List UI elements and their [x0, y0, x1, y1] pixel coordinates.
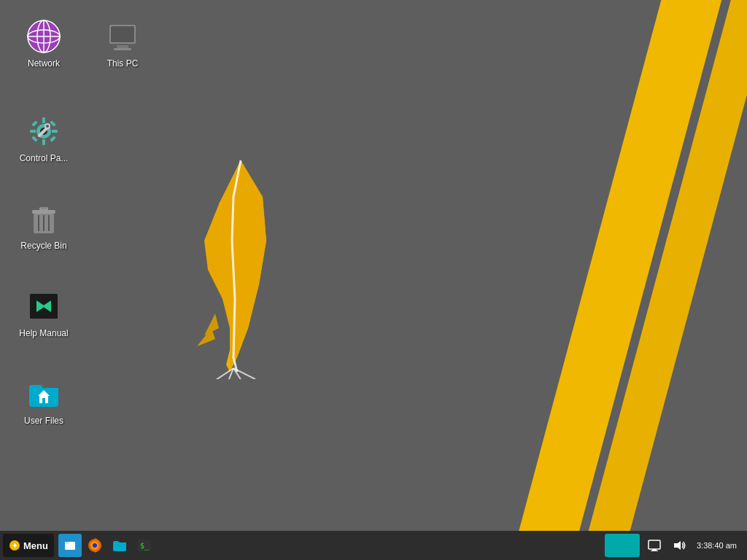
network-label: Network — [28, 58, 60, 69]
taskbar-folder-button[interactable] — [108, 534, 131, 557]
userfiles-icon-item[interactable]: User Files — [7, 370, 80, 432]
svg-text:✦: ✦ — [12, 542, 18, 550]
svg-point-52 — [93, 543, 97, 548]
taskbar-volume-icon[interactable] — [669, 535, 689, 556]
svg-rect-17 — [50, 120, 55, 126]
svg-rect-9 — [114, 48, 131, 50]
folder-icon — [112, 539, 127, 552]
firefox-icon — [88, 538, 102, 553]
svg-rect-15 — [52, 130, 58, 133]
feather-logo — [160, 146, 292, 379]
stripe-1 — [500, 0, 746, 531]
svg-line-42 — [212, 368, 233, 379]
recyclebin-label: Recycle Bin — [20, 241, 66, 251]
svg-rect-41 — [42, 398, 45, 403]
stripe-2 — [570, 0, 747, 531]
svg-rect-29 — [41, 207, 47, 209]
svg-line-45 — [233, 368, 255, 379]
svg-rect-14 — [30, 130, 36, 133]
taskbar-teal-block[interactable] — [605, 534, 640, 557]
controlpanel-icon-item[interactable]: Control Pa... — [7, 108, 80, 169]
userfiles-label: User Files — [24, 416, 63, 426]
taskbar-screen-icon[interactable] — [644, 535, 665, 556]
helpmanual-label: Help Manual — [19, 328, 68, 338]
svg-point-22 — [46, 125, 49, 128]
svg-rect-49 — [65, 542, 69, 544]
helpmanual-icon-item[interactable]: Help Manual — [7, 283, 80, 344]
svg-rect-18 — [31, 136, 37, 141]
stripe-decoration — [441, 0, 747, 531]
userfiles-icon — [26, 376, 61, 411]
taskbar-terminal-button[interactable]: $_ — [133, 534, 156, 557]
clock-area[interactable]: 3:38:40 am — [694, 540, 740, 551]
terminal-icon: $_ — [137, 539, 152, 552]
svg-rect-57 — [651, 551, 658, 551]
svg-rect-19 — [50, 136, 55, 141]
screen-icon — [648, 540, 661, 551]
svg-rect-7 — [111, 26, 134, 42]
recyclebin-icon-item[interactable]: Recycle Bin — [7, 195, 80, 257]
recyclebin-icon — [26, 201, 61, 236]
controlpanel-icon — [26, 114, 61, 149]
helpmanual-icon — [26, 289, 61, 324]
thispc-label: This PC — [107, 58, 139, 69]
taskbar: ✦ Menu $_ — [0, 531, 747, 560]
network-icon — [26, 19, 61, 54]
desktop: Network This PC — [0, 0, 747, 531]
files-icon — [63, 539, 77, 552]
svg-rect-56 — [652, 549, 657, 551]
thispc-icon — [105, 19, 140, 54]
svg-rect-8 — [117, 45, 128, 48]
thispc-icon-item[interactable]: This PC — [86, 13, 159, 74]
network-icon-item[interactable]: Network — [7, 13, 80, 74]
svg-line-43 — [226, 368, 233, 379]
svg-rect-55 — [649, 540, 660, 549]
svg-line-44 — [233, 368, 244, 379]
svg-text:$_: $_ — [140, 542, 150, 551]
svg-marker-58 — [674, 541, 681, 550]
taskbar-right: 3:38:40 am — [605, 534, 744, 557]
clock-time: 3:38:40 am — [697, 540, 737, 551]
volume-icon — [673, 540, 686, 551]
taskbar-files-button[interactable] — [58, 534, 82, 557]
svg-rect-13 — [42, 139, 45, 145]
svg-rect-12 — [42, 117, 45, 123]
menu-button[interactable]: ✦ Menu — [3, 534, 54, 557]
svg-rect-16 — [31, 120, 37, 126]
menu-label: Menu — [23, 540, 48, 551]
controlpanel-label: Control Pa... — [20, 153, 69, 163]
menu-icon: ✦ — [9, 540, 20, 551]
taskbar-firefox-button[interactable] — [83, 534, 107, 557]
